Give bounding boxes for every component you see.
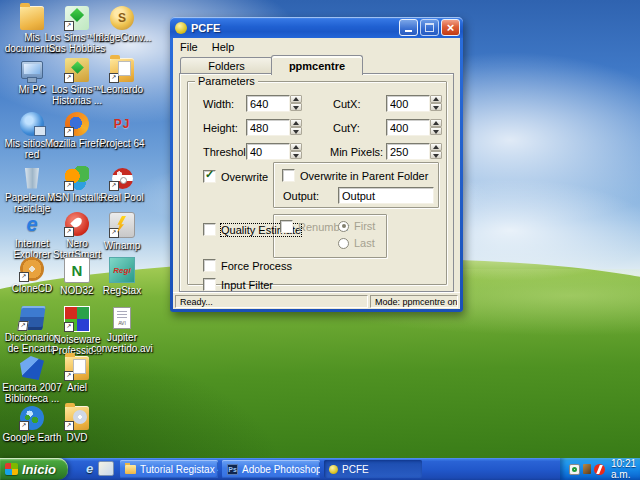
- cuty-input[interactable]: [386, 119, 430, 136]
- output-input[interactable]: [338, 187, 434, 204]
- google-earth-icon: [20, 406, 44, 430]
- encarta-icon: [20, 356, 44, 380]
- folder-icon: [65, 356, 89, 380]
- shortcut-arrow-icon: [109, 181, 119, 191]
- menu-file[interactable]: File: [173, 40, 205, 54]
- height-spinner[interactable]: [290, 119, 302, 136]
- width-spinner[interactable]: [290, 95, 302, 112]
- tray-icon-small[interactable]: [583, 464, 591, 474]
- desktop-icon-dvd[interactable]: DVD: [43, 406, 111, 443]
- taskbar-task-pcfe[interactable]: PCFE: [324, 460, 422, 478]
- checkbox-box[interactable]: [203, 278, 216, 291]
- folder-icon: [20, 6, 44, 30]
- desktop-icon-ariel[interactable]: Ariel: [43, 356, 111, 393]
- input-filter-label: Input Filter: [221, 279, 273, 291]
- folder-icon: [110, 58, 134, 82]
- tab-panel: Parameters Width: CutX: Height: CutY: Th…: [179, 73, 454, 292]
- photoshop-icon: Ps: [227, 464, 238, 475]
- registax-icon: Regi: [109, 257, 135, 283]
- desktop-icon-real-pool[interactable]: Real Pool: [88, 166, 156, 203]
- desktop-icon-winamp[interactable]: Winamp: [88, 212, 156, 251]
- desktop-icon-regstax[interactable]: Regi RegStax: [88, 257, 156, 296]
- overwrite-label: Overwrite: [221, 171, 268, 183]
- width-label: Width:: [203, 98, 234, 110]
- threshold-spinner[interactable]: [290, 143, 302, 160]
- cuty-spinner[interactable]: [430, 119, 442, 136]
- clock[interactable]: 10:21 a.m.: [611, 458, 636, 480]
- firefox-icon: [65, 112, 89, 136]
- shortcut-arrow-icon: [64, 371, 74, 381]
- desktop-icon-label: Winamp: [88, 240, 156, 251]
- desktop-icon-imageconv[interactable]: S ImageConv...: [88, 6, 156, 43]
- shortcut-arrow-icon: [64, 421, 74, 431]
- shortcut-arrow-icon: [64, 21, 74, 31]
- tray-icon-green[interactable]: [569, 464, 580, 475]
- desktop-icon-label: Real Pool: [88, 192, 156, 203]
- system-tray: 10:21 a.m.: [560, 458, 640, 480]
- checkbox-box[interactable]: [282, 169, 295, 182]
- force-process-checkbox[interactable]: Force Process: [203, 259, 292, 272]
- pcfe-app-icon: [175, 22, 187, 34]
- height-input[interactable]: [246, 119, 290, 136]
- project64-icon: PJ: [110, 112, 134, 136]
- window-title: PCFE: [191, 22, 397, 34]
- min-pixels-spinner[interactable]: [430, 143, 442, 160]
- sims-plumbob-icon: [65, 6, 89, 30]
- tray-icon-red[interactable]: [594, 464, 605, 475]
- msn-butterfly-icon: [65, 166, 89, 190]
- show-desktop-icon[interactable]: [98, 461, 114, 476]
- close-button[interactable]: [441, 19, 460, 36]
- tab-ppmcentre[interactable]: ppmcentre: [271, 55, 363, 75]
- taskbar-task-photoshop[interactable]: Ps Adobe Photoshop CS3: [222, 460, 320, 478]
- taskbar-task-tutorial-registax[interactable]: Tutorial Registax 4: [120, 460, 218, 478]
- cutx-input[interactable]: [386, 95, 430, 112]
- status-mode: Mode: ppmcentre only: [370, 295, 458, 308]
- desktop-icon-label: Ariel: [43, 382, 111, 393]
- overwrite-parent-groupbox: Overwrite in Parent Folder Output:: [273, 162, 439, 208]
- minimize-button[interactable]: [399, 19, 418, 36]
- desktop-icon-label: Project 64: [88, 138, 156, 149]
- checkbox-box[interactable]: [203, 259, 216, 272]
- cutx-spinner[interactable]: [430, 95, 442, 112]
- output-label: Output:: [283, 190, 319, 202]
- menu-help[interactable]: Help: [205, 40, 242, 54]
- threshold-input[interactable]: [246, 143, 290, 160]
- noiseware-icon: [64, 306, 90, 332]
- desktop-icon-label: Jupiter convertido.avi: [88, 332, 156, 354]
- overwrite-checkbox[interactable]: Overwrite: [203, 170, 268, 183]
- internet-explorer-quicklaunch-icon[interactable]: e: [86, 461, 93, 476]
- task-label: Tutorial Registax 4: [140, 464, 218, 475]
- radio-button: [338, 221, 349, 232]
- shortcut-arrow-icon: [64, 227, 74, 237]
- force-process-label: Force Process: [221, 260, 292, 272]
- desktop-icon-jupiter-avi[interactable]: AVI Jupiter convertido.avi: [88, 306, 156, 354]
- input-filter-checkbox[interactable]: Input Filter: [203, 278, 273, 291]
- desktop-icon-leonardo[interactable]: Leonardo: [88, 58, 156, 95]
- start-button-label: Inicio: [22, 462, 56, 477]
- desktop-icon-label: DVD: [43, 432, 111, 443]
- title-bar[interactable]: PCFE: [170, 17, 463, 38]
- overwrite-parent-checkbox[interactable]: Overwrite in Parent Folder: [282, 169, 428, 182]
- checkbox-box[interactable]: [203, 170, 216, 183]
- start-button[interactable]: Inicio: [0, 458, 68, 480]
- shortcut-arrow-icon: [109, 228, 119, 238]
- tab-folders[interactable]: Folders: [180, 57, 273, 74]
- pcfe-window: PCFE File Help Folders ppmcentre Paramet…: [170, 17, 463, 312]
- radio-first[interactable]: First: [338, 220, 375, 232]
- desktop-icon-project-64[interactable]: PJ Project 64: [88, 112, 156, 149]
- min-pixels-input[interactable]: [386, 143, 430, 160]
- width-input[interactable]: [246, 95, 290, 112]
- status-ready: Ready...: [175, 295, 368, 308]
- radio-first-label: First: [354, 220, 375, 232]
- folder-icon: [125, 465, 136, 474]
- status-bar: Ready... Mode: ppmcentre only: [173, 292, 460, 309]
- checkbox-box[interactable]: [203, 223, 216, 236]
- radio-last[interactable]: Last: [338, 237, 375, 249]
- shortcut-arrow-icon: [64, 322, 74, 332]
- video-file-icon: AVI: [113, 307, 131, 329]
- taskbar: Inicio e Tutorial Registax 4 Ps Adobe Ph…: [0, 458, 640, 480]
- desktop-icon-label: RegStax: [88, 285, 156, 296]
- overwrite-parent-label: Overwrite in Parent Folder: [300, 170, 428, 182]
- maximize-button[interactable]: [420, 19, 439, 36]
- window-client-area: File Help Folders ppmcentre Parameters W…: [173, 38, 460, 309]
